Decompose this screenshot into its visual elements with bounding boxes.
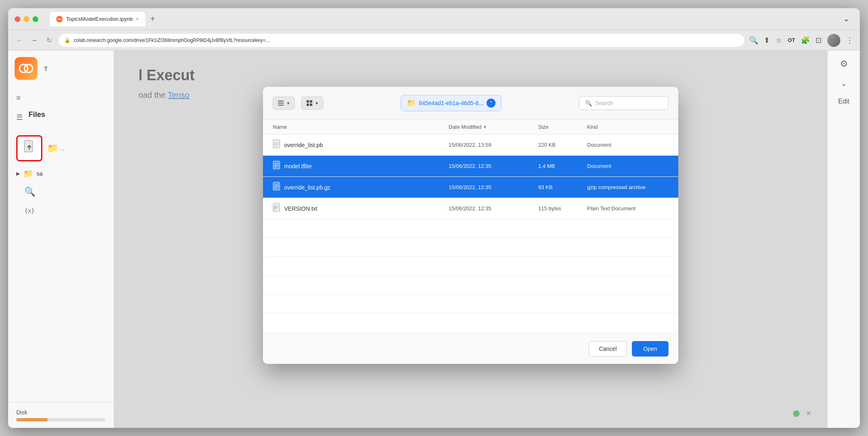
path-chevron-icon: ⌃ (489, 100, 493, 106)
upload-drive-button[interactable]: 📁 .. (47, 143, 65, 154)
list-view-button[interactable]: ▼ (273, 97, 295, 110)
col-kind: Kind (587, 124, 669, 130)
empty-row (263, 313, 678, 332)
col-date[interactable]: Date Modified ▼ (449, 124, 538, 130)
disk-label: Disk (16, 409, 105, 416)
tree-expand-icon: ▶ (16, 171, 20, 176)
user-avatar[interactable] (827, 34, 840, 47)
search-sidebar-item[interactable]: 🔍 (8, 182, 114, 202)
file-list: override_list.pb 15/06/2022, 13:59 220 K… (263, 134, 678, 333)
svg-rect-5 (278, 105, 284, 106)
bookmark-icon[interactable]: ☆ (776, 36, 782, 45)
disk-fill (16, 418, 48, 421)
sidebar-item-menu[interactable]: ≡ (8, 90, 114, 106)
file-row[interactable]: override_list.pb.gz 15/06/2022, 12:35 93… (263, 177, 678, 198)
search-input[interactable] (595, 100, 662, 106)
path-folder-icon: 📁 (407, 99, 416, 108)
edit-button[interactable]: Edit (838, 98, 850, 105)
col-size: Size (538, 124, 587, 130)
file-name-text: model.tflite (284, 163, 312, 170)
colab-title-text: T (44, 65, 48, 72)
file-size: 220 KB (538, 142, 587, 148)
upload-icon (23, 140, 36, 157)
svg-point-1 (24, 64, 33, 73)
url-bar[interactable]: 🔒 colab.research.google.com/drive/1Fk1iZ… (59, 34, 744, 47)
path-chevron-button[interactable]: ⌃ (487, 99, 495, 108)
variables-sidebar-item[interactable]: {x} (8, 202, 114, 219)
files-label: Files (28, 110, 45, 119)
content-area: T ≡ ☰ Files (8, 51, 860, 428)
chevron-right-icon[interactable]: ⌄ (841, 79, 847, 88)
lock-icon: 🔒 (64, 37, 70, 43)
extensions-icon[interactable]: 🧩 (801, 36, 810, 45)
svg-rect-8 (307, 103, 309, 106)
dialog-toolbar: ▼ ▼ 📁 845e4ad1- (263, 87, 678, 120)
file-icon (273, 182, 280, 193)
close-window-button[interactable] (15, 16, 20, 22)
open-button[interactable]: Open (632, 341, 669, 357)
svg-rect-9 (310, 103, 312, 106)
upload-button[interactable] (16, 135, 42, 161)
file-size: 93 KB (538, 184, 587, 190)
forward-button[interactable]: → (29, 37, 39, 44)
colab-logo (15, 57, 37, 80)
path-bar: 📁 845e4ad1-eb1a-46d5-8... ⌃ (330, 95, 572, 111)
new-tab-button[interactable]: + (149, 14, 157, 24)
file-picker-dialog: ▼ ▼ 📁 845e4ad1- (263, 87, 678, 364)
svg-rect-10 (273, 140, 280, 148)
refresh-button[interactable]: ↻ (44, 36, 54, 44)
sidebar-item-files[interactable]: ☰ Files (8, 106, 114, 128)
file-row[interactable]: override_list.pb 15/06/2022, 13:59 220 K… (263, 134, 678, 156)
empty-row (263, 238, 678, 257)
empty-row (263, 257, 678, 275)
file-kind: gzip compressed archive (587, 184, 669, 190)
file-icon (273, 139, 280, 150)
sidebar-toggle-icon[interactable]: ⊡ (815, 36, 822, 45)
empty-row (263, 275, 678, 294)
search-sidebar-icon: 🔍 (16, 183, 44, 201)
title-bar: co TopicsModelExecution.ipynb × + ⌄ (8, 8, 860, 30)
list-view-icon (277, 99, 285, 107)
colab-header: T (8, 51, 114, 86)
disk-section: Disk (8, 402, 114, 428)
file-name-cell: override_list.pb (273, 139, 449, 150)
browser-window: co TopicsModelExecution.ipynb × + ⌄ ← → … (8, 8, 860, 428)
file-date: 15/06/2022, 12:35 (449, 184, 538, 190)
variables-icon: {x} (16, 203, 43, 218)
file-kind: Plain Text Document (587, 205, 669, 211)
svg-rect-6 (307, 100, 309, 103)
file-size: 1.4 MB (538, 163, 587, 169)
file-name-text: VERSION.txt (284, 205, 318, 212)
svg-rect-3 (278, 101, 284, 101)
svg-rect-11 (273, 161, 280, 169)
file-row[interactable]: VERSION.txt 15/06/2022, 12:35 115 bytes … (263, 198, 678, 219)
files-list-icon: ☰ (16, 113, 23, 122)
folder-icon: 📁 (23, 169, 33, 178)
minimize-window-button[interactable] (24, 16, 29, 22)
grid-view-button[interactable]: ▼ (301, 97, 323, 110)
active-tab[interactable]: co TopicsModelExecution.ipynb × (50, 12, 145, 26)
zoom-icon[interactable]: 🔍 (749, 36, 758, 45)
folder-name: sa (37, 170, 43, 177)
cancel-button[interactable]: Cancel (589, 341, 627, 357)
sidebar-menu: ≡ ☰ Files (8, 86, 114, 131)
maximize-window-button[interactable] (33, 16, 38, 22)
file-date: 15/06/2022, 12:35 (449, 205, 538, 211)
folder-tree-item[interactable]: ▶ 📁 sa (8, 165, 114, 182)
chevron-down-icon: ⌄ (844, 15, 853, 23)
settings-icon[interactable]: ⚙ (840, 59, 848, 69)
share-icon[interactable]: ⬆ (764, 36, 770, 45)
file-row[interactable]: model.tflite 15/06/2022, 12:35 1.4 MB Do… (263, 156, 678, 177)
svg-rect-4 (278, 103, 284, 103)
file-kind: Document (587, 142, 669, 148)
path-pill[interactable]: 📁 845e4ad1-eb1a-46d5-8... ⌃ (401, 95, 502, 111)
empty-row (263, 219, 678, 238)
search-bar[interactable]: 🔍 (579, 96, 669, 110)
grid-view-icon (306, 99, 313, 107)
profile-initials: OT (788, 37, 795, 43)
disk-usage-bar (16, 418, 105, 421)
file-name-text: override_list.pb (284, 142, 323, 148)
tab-close-button[interactable]: × (136, 16, 139, 22)
menu-icon[interactable]: ⋮ (846, 36, 853, 45)
back-button[interactable]: ← (15, 37, 24, 44)
